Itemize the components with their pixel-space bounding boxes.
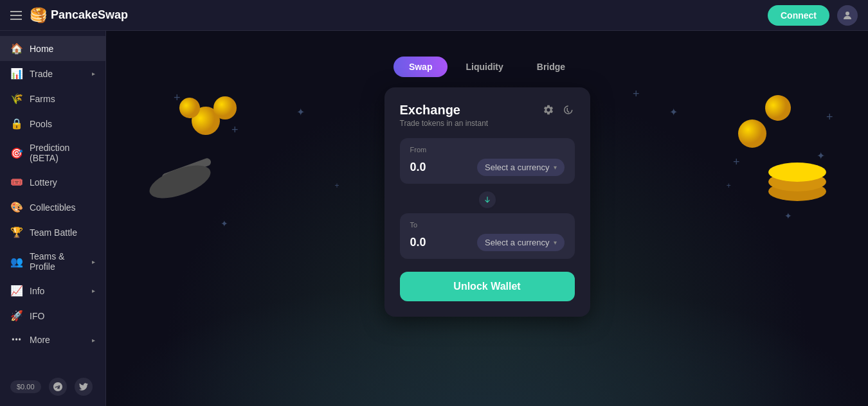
from-currency-select[interactable]: Select a currency ▾: [477, 159, 564, 176]
to-currency-select[interactable]: Select a currency ▾: [477, 234, 564, 251]
tab-liquidity[interactable]: Liquidity: [450, 57, 518, 77]
prediction-icon: 🎯: [10, 147, 23, 159]
sidebar-label-more: More: [30, 335, 50, 345]
main-content: ✦ + + ✦ ✦ + + ✦ + + +: [106, 31, 868, 406]
unlock-wallet-button[interactable]: Unlock Wallet: [400, 272, 575, 301]
farms-icon: 🌾: [10, 93, 23, 105]
more-chevron: ▸: [92, 337, 95, 344]
star-4: ✦: [221, 218, 228, 229]
logo[interactable]: 🥞 PancakeSwap: [30, 7, 128, 24]
home-icon: 🏠: [10, 42, 23, 55]
card-actions: [541, 103, 575, 120]
from-section: From Select a currency ▾: [400, 138, 575, 184]
svg-point-10: [768, 163, 826, 182]
to-amount-input[interactable]: [410, 236, 475, 249]
more-icon: •••: [10, 335, 23, 344]
card-subtitle: Trade tokens in an instant: [400, 119, 489, 128]
star-1: ✦: [296, 106, 305, 118]
twitter-icon[interactable]: [75, 378, 93, 396]
star-7: +: [633, 87, 640, 101]
topnav-left: 🥞 PancakeSwap: [10, 7, 128, 24]
ifo-icon: 🚀: [10, 310, 23, 322]
sidebar-label-teams: Teams & Profile: [30, 251, 86, 272]
sidebar-label-home: Home: [30, 44, 53, 54]
from-currency-chevron: ▾: [554, 164, 557, 171]
sidebar-item-ifo[interactable]: 🚀 IFO: [0, 303, 105, 328]
exchange-card: Exchange Trade tokens in an instant From: [384, 87, 590, 317]
right-coins-svg: + + ✦: [727, 82, 842, 211]
from-amount-input[interactable]: [410, 161, 475, 174]
to-currency-label: Select a currency: [485, 238, 549, 247]
lottery-icon: 🎟️: [10, 176, 23, 188]
topnav-right: Connect: [768, 5, 858, 26]
sidebar-item-team-battle[interactable]: 🏆 Team Battle: [0, 220, 105, 245]
from-label: From: [410, 146, 565, 154]
sidebar-item-teams-profile[interactable]: 👥 Teams & Profile ▸: [0, 245, 105, 278]
card-header: Exchange Trade tokens in an instant: [400, 103, 575, 128]
price-badge: $0.00: [10, 380, 41, 393]
trade-chevron: ▸: [92, 70, 95, 77]
topnav: 🥞 PancakeSwap Connect: [0, 0, 868, 31]
tab-bridge[interactable]: Bridge: [521, 57, 581, 77]
sidebar: 🏠 Home 📊 Trade ▸ 🌾 Farms 🔒 Pools 🎯 Predi…: [0, 31, 106, 406]
sidebar-label-collectibles: Collectibles: [30, 202, 76, 213]
swap-direction-button[interactable]: [478, 190, 497, 209]
sidebar-label-info: Info: [30, 286, 44, 296]
sidebar-label-prediction: Prediction (BETA): [30, 143, 95, 163]
swap-arrow-row: [400, 186, 575, 213]
team-battle-icon: 🏆: [10, 226, 23, 238]
logo-icon: 🥞: [30, 7, 47, 24]
main-layout: 🏠 Home 📊 Trade ▸ 🌾 Farms 🔒 Pools 🎯 Predi…: [0, 31, 868, 406]
svg-point-4: [213, 96, 237, 119]
star-2: +: [335, 181, 339, 190]
collectibles-icon: 🎨: [10, 201, 23, 213]
sidebar-bottom: $0.00: [0, 373, 105, 401]
hamburger-menu[interactable]: [10, 11, 22, 20]
logo-text: PancakeSwap: [51, 8, 128, 22]
sidebar-label-pools: Pools: [30, 119, 52, 129]
sidebar-item-collectibles[interactable]: 🎨 Collectibles: [0, 195, 105, 220]
sidebar-item-farms[interactable]: 🌾 Farms: [0, 86, 105, 111]
info-chevron: ▸: [92, 287, 95, 294]
sidebar-item-prediction[interactable]: 🎯 Prediction (BETA): [0, 136, 105, 170]
connect-button[interactable]: Connect: [768, 5, 829, 26]
tabs-row: Swap Liquidity Bridge: [393, 57, 581, 77]
svg-point-12: [763, 93, 794, 124]
left-decoration: + +: [141, 89, 244, 207]
sidebar-label-trade: Trade: [30, 69, 53, 79]
from-currency-label: Select a currency: [485, 163, 549, 172]
telegram-icon[interactable]: [49, 378, 67, 396]
sidebar-item-lottery[interactable]: 🎟️ Lottery: [0, 170, 105, 195]
teams-chevron: ▸: [92, 258, 95, 265]
avatar[interactable]: [837, 5, 858, 26]
sidebar-item-trade[interactable]: 📊 Trade ▸: [0, 61, 105, 86]
svg-text:+: +: [826, 110, 833, 123]
to-currency-chevron: ▾: [554, 239, 557, 246]
svg-text:+: +: [231, 123, 239, 136]
sidebar-item-more[interactable]: ••• More ▸: [0, 328, 105, 351]
svg-text:✦: ✦: [817, 150, 825, 161]
sidebar-item-pools[interactable]: 🔒 Pools: [0, 111, 105, 136]
tab-swap[interactable]: Swap: [393, 57, 448, 77]
to-row: Select a currency ▾: [410, 234, 565, 251]
from-row: Select a currency ▾: [410, 159, 565, 176]
left-coins-svg: + +: [141, 89, 244, 204]
right-decoration: + + ✦: [727, 82, 842, 213]
settings-button[interactable]: [541, 103, 556, 120]
history-button[interactable]: [561, 103, 575, 120]
sidebar-label-ifo: IFO: [30, 311, 44, 321]
sidebar-label-lottery: Lottery: [30, 177, 57, 188]
sidebar-item-info[interactable]: 📈 Info ▸: [0, 278, 105, 303]
svg-point-11: [738, 119, 766, 148]
trade-icon: 📊: [10, 67, 23, 80]
svg-text:+: +: [174, 91, 181, 104]
pools-icon: 🔒: [10, 118, 23, 130]
card-title: Exchange: [400, 103, 489, 118]
sidebar-label-farms: Farms: [30, 94, 55, 104]
teams-icon: 👥: [10, 256, 23, 268]
sidebar-label-team-battle: Team Battle: [30, 227, 77, 238]
card-title-group: Exchange Trade tokens in an instant: [400, 103, 489, 128]
to-label: To: [410, 221, 565, 229]
svg-point-0: [845, 12, 849, 15]
sidebar-item-home[interactable]: 🏠 Home: [0, 36, 105, 61]
